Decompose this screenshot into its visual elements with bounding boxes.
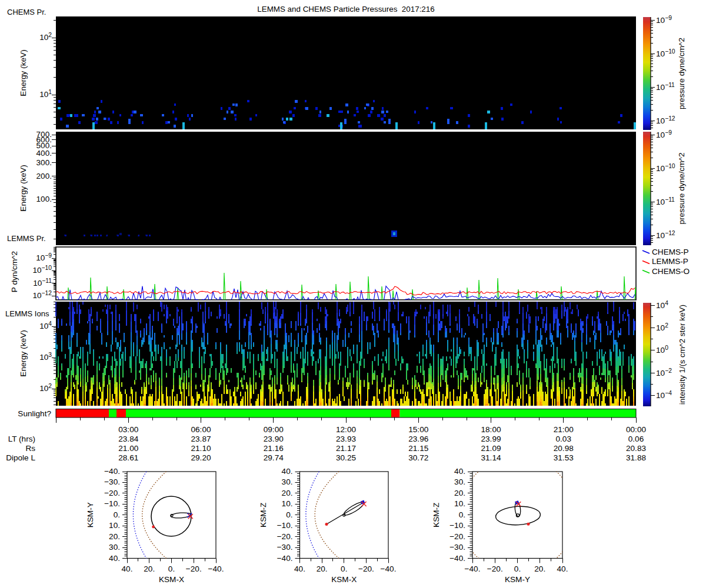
svg-text:10.: 10. [109, 521, 120, 530]
svg-text:20.: 20. [282, 489, 293, 497]
svg-text:30.: 30. [282, 477, 293, 486]
svg-text:LEMMS-P: LEMMS-P [652, 257, 688, 266]
svg-text:KSM-Y: KSM-Y [86, 502, 95, 527]
svg-text:Rs: Rs [25, 444, 35, 453]
svg-text:KSM-X: KSM-X [159, 575, 184, 584]
svg-text:18:00: 18:00 [481, 425, 501, 434]
svg-text:20.: 20. [109, 532, 120, 541]
svg-text:21.09: 21.09 [481, 444, 501, 453]
svg-text:30.72: 30.72 [408, 453, 428, 462]
svg-text:20.: 20. [144, 564, 155, 573]
svg-text:Energy (keV): Energy (keV) [19, 49, 28, 96]
svg-text:20.: 20. [454, 489, 465, 497]
svg-text:−20.: −20. [358, 564, 374, 573]
svg-text:20.: 20. [534, 564, 545, 573]
svg-text:40.: 40. [282, 467, 293, 476]
svg-text:12:00: 12:00 [336, 425, 356, 434]
svg-text:CHEMS Pr.: CHEMS Pr. [7, 8, 46, 16]
svg-text:21:00: 21:00 [554, 425, 574, 434]
svg-text:21.15: 21.15 [408, 444, 428, 453]
svg-text:21.00: 21.00 [118, 444, 138, 453]
svg-text:−40.: −40. [465, 564, 481, 573]
svg-text:Energy (keV): Energy (keV) [19, 165, 28, 211]
svg-text:−10.: −10. [449, 521, 465, 530]
svg-text:Sunlight?: Sunlight? [18, 409, 51, 418]
svg-text:−20.: −20. [487, 564, 503, 573]
svg-text:LEMMS Ions: LEMMS Ions [5, 309, 49, 318]
svg-text:40.: 40. [294, 564, 305, 573]
svg-text:20.: 20. [317, 564, 328, 573]
svg-text:−40.: −40. [277, 554, 293, 563]
svg-text:KSM-X: KSM-X [331, 575, 357, 584]
svg-text:KSM-Z: KSM-Z [259, 503, 268, 527]
svg-text:40.: 40. [122, 564, 133, 573]
svg-text:21.10: 21.10 [191, 444, 211, 453]
svg-text:pressure dyne/cm^2: pressure dyne/cm^2 [677, 38, 686, 109]
svg-text:LT (hrs): LT (hrs) [8, 435, 35, 443]
svg-text:CHEMS-O: CHEMS-O [652, 267, 690, 276]
svg-text:29.20: 29.20 [191, 453, 211, 462]
svg-text:0.: 0. [341, 564, 347, 573]
svg-text:−20.: −20. [186, 564, 202, 573]
svg-text:0.03: 0.03 [556, 435, 571, 443]
svg-text:15:00: 15:00 [408, 425, 428, 434]
svg-text:29.74: 29.74 [264, 453, 284, 462]
svg-text:100.: 100. [36, 195, 52, 203]
svg-text:300.: 300. [36, 158, 52, 167]
svg-text:−10.: −10. [104, 499, 120, 508]
svg-text:−30.: −30. [449, 543, 465, 552]
svg-text:0.: 0. [514, 564, 521, 573]
svg-text:21.16: 21.16 [264, 444, 284, 453]
svg-text:LEMMS Pr.: LEMMS Pr. [7, 234, 46, 243]
svg-text:31.14: 31.14 [481, 453, 501, 462]
svg-text:23.99: 23.99 [481, 435, 501, 443]
svg-text:06:00: 06:00 [191, 425, 211, 434]
svg-text:−40.: −40. [381, 564, 397, 573]
svg-text:20.83: 20.83 [626, 444, 646, 453]
svg-text:0.: 0. [114, 510, 120, 519]
svg-text:30.: 30. [454, 477, 465, 486]
svg-text:40.: 40. [454, 467, 465, 476]
svg-text:30.: 30. [109, 543, 120, 552]
svg-text:−40.: −40. [104, 467, 120, 476]
svg-text:40.: 40. [557, 564, 568, 573]
svg-text:20.98: 20.98 [554, 444, 574, 453]
svg-text:28.61: 28.61 [118, 453, 138, 462]
svg-text:23.84: 23.84 [118, 435, 138, 443]
svg-text:P dyn/cm^2: P dyn/cm^2 [10, 251, 19, 292]
svg-text:Energy (keV): Energy (keV) [19, 330, 28, 376]
svg-text:21.17: 21.17 [336, 444, 356, 453]
svg-text:Dipole L: Dipole L [6, 453, 35, 462]
svg-text:KSM-Y: KSM-Y [505, 575, 530, 584]
svg-text:23.87: 23.87 [191, 435, 211, 443]
svg-text:KSM-Z: KSM-Z [432, 503, 441, 527]
svg-text:200.: 200. [36, 172, 52, 181]
svg-text:23.96: 23.96 [408, 435, 428, 443]
svg-text:0.: 0. [286, 510, 292, 519]
svg-text:30.25: 30.25 [336, 453, 356, 462]
svg-text:09:00: 09:00 [264, 425, 284, 434]
svg-text:31.53: 31.53 [554, 453, 574, 462]
svg-text:−20.: −20. [449, 532, 465, 541]
svg-text:−40.: −40. [208, 564, 224, 573]
svg-text:03:00: 03:00 [118, 425, 138, 434]
svg-text:23.90: 23.90 [264, 435, 284, 443]
svg-text:0.: 0. [168, 564, 175, 573]
svg-text:700.: 700. [36, 130, 52, 139]
svg-text:pressure dyne/cm^2: pressure dyne/cm^2 [677, 153, 686, 225]
svg-text:−40.: −40. [449, 554, 465, 563]
svg-text:−30.: −30. [277, 543, 293, 552]
svg-text:−20.: −20. [104, 489, 120, 497]
svg-text:−10.: −10. [277, 521, 293, 530]
svg-text:CHEMS-P: CHEMS-P [652, 248, 689, 256]
svg-text:−20.: −20. [277, 532, 293, 541]
svg-text:10.: 10. [282, 499, 293, 508]
svg-text:23.93: 23.93 [336, 435, 356, 443]
svg-text:intensity 1/(s cm^2 ster keV): intensity 1/(s cm^2 ster keV) [678, 305, 687, 405]
svg-text:00:00: 00:00 [626, 425, 646, 434]
svg-text:40.: 40. [109, 554, 120, 563]
svg-text:0.06: 0.06 [628, 435, 644, 443]
svg-text:31.88: 31.88 [626, 453, 646, 462]
svg-text:0.: 0. [459, 510, 465, 519]
svg-text:−30.: −30. [104, 477, 120, 486]
